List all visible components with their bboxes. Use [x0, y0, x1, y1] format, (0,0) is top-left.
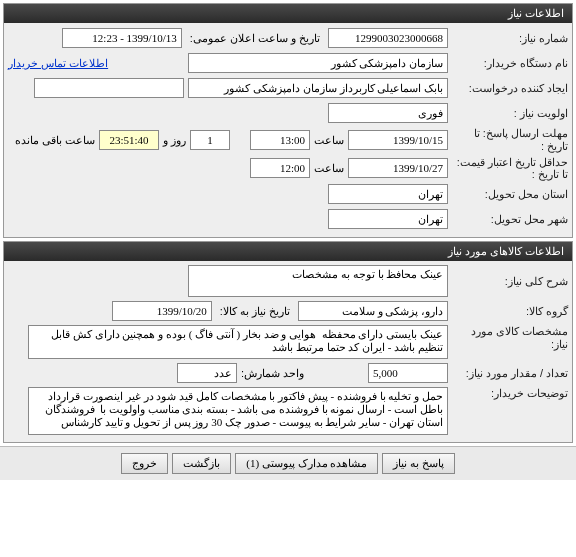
input-city[interactable]: [328, 209, 448, 229]
label-goods-group: گروه کالا:: [448, 305, 568, 318]
row-quantity: تعداد / مقدار مورد نیاز: واحد شمارش:: [8, 362, 568, 384]
goods-info-panel: اطلاعات کالاهای مورد نیاز شرح کلی نیاز: …: [3, 241, 573, 443]
label-priority: اولویت نیاز :: [448, 107, 568, 120]
row-deadline: مهلت ارسال پاسخ: تا تاریخ : ساعت روز و س…: [8, 127, 568, 153]
label-validity-2: تا تاریخ :: [532, 168, 568, 180]
label-goods-date: تاریخ نیاز به کالا:: [212, 305, 298, 318]
input-quantity[interactable]: [368, 363, 448, 383]
goods-info-header: اطلاعات کالاهای مورد نیاز: [4, 242, 572, 261]
label-time-2: ساعت: [310, 162, 348, 175]
goods-info-body: شرح کلی نیاز: گروه کالا: تاریخ نیاز به ک…: [4, 261, 572, 442]
input-remaining-time[interactable]: [99, 130, 159, 150]
row-province: استان محل تحویل:: [8, 183, 568, 205]
label-remaining: ساعت باقی مانده: [11, 134, 99, 147]
input-validity-time[interactable]: [250, 158, 310, 178]
row-general-desc: شرح کلی نیاز:: [8, 265, 568, 297]
input-req-user[interactable]: [188, 78, 448, 98]
row-buyer-org: نام دستگاه خریدار: اطلاعات تماس خریدار: [8, 52, 568, 74]
label-unit: واحد شمارش:: [237, 367, 308, 380]
label-buyer-notes: توضیحات خریدار:: [448, 387, 568, 400]
buttons-bar: پاسخ به نیاز مشاهده مدارک پیوستی (1) باز…: [0, 446, 576, 480]
textarea-goods-spec[interactable]: [28, 325, 448, 359]
label-deadline: مهلت ارسال پاسخ: تا تاریخ :: [448, 127, 568, 153]
input-need-no[interactable]: [328, 28, 448, 48]
label-validity-1: حداقل تاریخ اعتبار قیمت:: [457, 156, 568, 168]
label-time-1: ساعت: [310, 134, 348, 147]
row-goods-spec: مشخصات کالای مورد نیاز:: [8, 325, 568, 359]
row-buyer-notes: توضیحات خریدار:: [8, 387, 568, 435]
row-req-user: ایجاد کننده درخواست:: [8, 77, 568, 99]
input-deadline-date[interactable]: [348, 130, 448, 150]
input-public-datetime[interactable]: [62, 28, 182, 48]
label-validity: حداقل تاریخ اعتبار قیمت: تا تاریخ :: [448, 156, 568, 180]
need-info-header: اطلاعات نیاز: [4, 4, 572, 23]
label-public-datetime: تاریخ و ساعت اعلان عمومی:: [182, 32, 328, 45]
label-province: استان محل تحویل:: [448, 188, 568, 201]
need-info-panel: اطلاعات نیاز شماره نیاز: تاریخ و ساعت اع…: [3, 3, 573, 238]
textarea-general-desc[interactable]: [188, 265, 448, 297]
label-city: شهر محل تحویل:: [448, 213, 568, 226]
back-button[interactable]: بازگشت: [172, 453, 231, 474]
label-buyer-org: نام دستگاه خریدار:: [448, 57, 568, 70]
textarea-buyer-notes[interactable]: [28, 387, 448, 435]
row-goods-group: گروه کالا: تاریخ نیاز به کالا:: [8, 300, 568, 322]
input-validity-date[interactable]: [348, 158, 448, 178]
need-info-body: شماره نیاز: تاریخ و ساعت اعلان عمومی: نا…: [4, 23, 572, 237]
row-priority: اولویت نیاز :: [8, 102, 568, 124]
input-goods-date[interactable]: [112, 301, 212, 321]
input-priority[interactable]: [328, 103, 448, 123]
input-unit[interactable]: [177, 363, 237, 383]
input-req-user-extra[interactable]: [34, 78, 184, 98]
exit-button[interactable]: خروج: [121, 453, 168, 474]
input-goods-group[interactable]: [298, 301, 448, 321]
attachments-button[interactable]: مشاهده مدارک پیوستی (1): [235, 453, 378, 474]
label-days: روز و: [159, 134, 190, 147]
link-contact[interactable]: اطلاعات تماس خریدار: [8, 57, 108, 70]
label-req-user: ایجاد کننده درخواست:: [448, 82, 568, 95]
reply-button[interactable]: پاسخ به نیاز: [382, 453, 455, 474]
input-buyer-org[interactable]: [188, 53, 448, 73]
row-validity: حداقل تاریخ اعتبار قیمت: تا تاریخ : ساعت: [8, 156, 568, 180]
row-city: شهر محل تحویل:: [8, 208, 568, 230]
label-need-no: شماره نیاز:: [448, 32, 568, 45]
label-quantity: تعداد / مقدار مورد نیاز:: [448, 367, 568, 380]
label-goods-spec: مشخصات کالای مورد نیاز:: [448, 325, 568, 351]
label-general-desc: شرح کلی نیاز:: [448, 275, 568, 288]
row-need-no: شماره نیاز: تاریخ و ساعت اعلان عمومی:: [8, 27, 568, 49]
input-province[interactable]: [328, 184, 448, 204]
input-deadline-time[interactable]: [250, 130, 310, 150]
input-remaining-days[interactable]: [190, 130, 230, 150]
label-deadline-1: مهلت ارسال پاسخ:: [483, 127, 568, 139]
